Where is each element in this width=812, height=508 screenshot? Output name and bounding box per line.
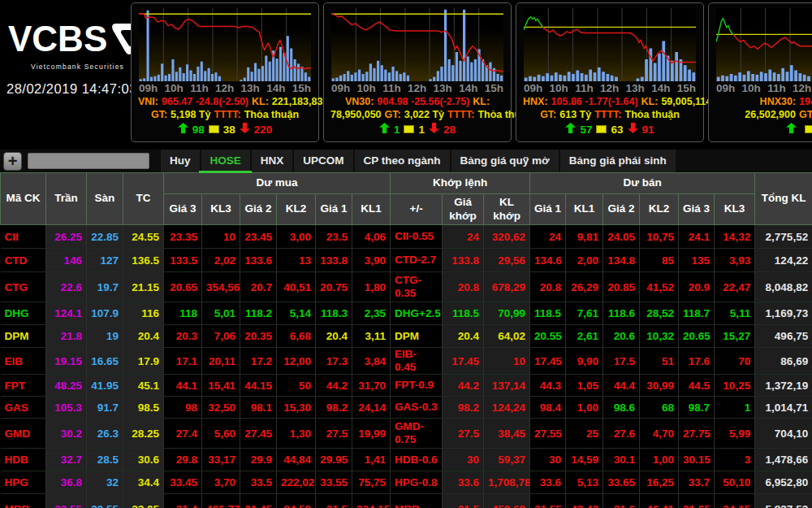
- unchanged-square-icon: [209, 125, 219, 133]
- cell-total-volume: 6,952,80: [755, 471, 812, 494]
- cell-bid-price-2: 44.15: [240, 375, 277, 397]
- cell-match-vol: 59,37: [484, 449, 530, 471]
- cell-reference: 45.1: [123, 375, 164, 397]
- cell-total-volume: 86,69: [755, 348, 812, 375]
- tab-bar: + HuyHOSEHNXUPCOMCP theo ngànhBảng giá q…: [0, 150, 812, 172]
- cell-ask-price-3: 98.7: [679, 397, 715, 419]
- col-header-change: +/-: [391, 194, 443, 225]
- cell-bid-price-1: 133.8: [316, 249, 352, 272]
- cell-bid-vol-1: 2,35: [352, 302, 391, 325]
- unchanged-count: 1: [418, 124, 425, 136]
- tab-upcom[interactable]: UPCOM: [294, 150, 352, 172]
- table-row-eib[interactable]: EIB19.1516.6517.917.120,1117.212,0017.33…: [1, 348, 812, 375]
- cell-ask-vol-3: 3: [715, 449, 755, 471]
- cell-ceiling: 30.2: [46, 419, 87, 449]
- tab-bảng-giá-phái-sinh[interactable]: Bảng giá phái sinh: [560, 150, 676, 172]
- cell-reference: 17.9: [123, 348, 164, 375]
- table-row-hdb[interactable]: HDB32.728.530.629.833,1729.944,8429.951,…: [1, 449, 812, 471]
- index-panel-vn30[interactable]: 09h10h11h12h13h14h15hVN30:904.98 -25.56(…: [323, 2, 512, 142]
- time-tick: 12h: [600, 81, 619, 95]
- table-row-hpg[interactable]: HPG36.83234.433.453,7033.5222,0233.5575,…: [1, 471, 812, 494]
- cell-match-price: 24: [443, 225, 484, 249]
- col-header-bid-price-3: Giá 3: [164, 194, 202, 225]
- cell-ask-price-1: 27.55: [530, 419, 566, 449]
- cell-bid-price-1: 20.4: [316, 325, 352, 348]
- cell-bid-vol-1: 3,11: [352, 325, 391, 348]
- cell-reference: 21.15: [123, 272, 164, 302]
- vcbs-logo: VCBS Vietcombank Securities: [8, 23, 130, 71]
- cell-ask-price-3: 44.5: [679, 375, 715, 397]
- cell-bid-price-2: 29.9: [240, 449, 277, 471]
- cell-floor: 41.95: [87, 375, 123, 397]
- cell-ask-vol-3: 10,25: [715, 375, 755, 397]
- cell-ask-price-2: 20.6: [603, 325, 640, 348]
- add-symbol-button[interactable]: +: [3, 152, 22, 171]
- table-row-gmd[interactable]: GMD30.226.328.2527.45,6027.451,3027.519,…: [1, 419, 812, 449]
- price-board: Mã CKTrầnSànTCDư muaKhớp lệnhDư bánTổng …: [0, 172, 812, 508]
- index-panel-vni[interactable]: 09h10h11h12h13h14h15hVNI:965.47 -24.8(-2…: [131, 2, 319, 142]
- time-tick: 13h: [241, 81, 260, 95]
- decliners-count: 220: [254, 124, 273, 136]
- cell-ask-vol-2: 51: [640, 348, 679, 375]
- cell-bid-vol-3: 2,02: [202, 249, 240, 272]
- top-section: VCBS Vietcombank Securities 28/02/2019 1…: [0, 0, 812, 150]
- cell-ask-price-3: 118.7: [679, 302, 715, 325]
- index-panels: 09h10h11h12h13h14h15hVNI:965.47 -24.8(-2…: [131, 2, 812, 142]
- tab-cp-theo-ngành[interactable]: CP theo ngành: [355, 150, 450, 172]
- cell-total-volume: 5,837,53: [755, 494, 812, 508]
- cell-match-vol: 137,14: [484, 375, 530, 397]
- cell-ask-vol-2: 1,00: [640, 449, 679, 471]
- tab-hnx[interactable]: HNX: [252, 150, 293, 172]
- tab-hose[interactable]: HOSE: [201, 150, 250, 172]
- cell-ask-price-3: 135: [679, 249, 715, 272]
- table-row-dpm[interactable]: DPM21.81920.420.37,0620.356,6820.43,11DP…: [1, 325, 812, 348]
- cell-ceiling: 124.1: [46, 302, 87, 325]
- time-tick: 11h: [190, 81, 209, 95]
- table-row-fpt[interactable]: FPT48.2541.9545.144.115,4144.155044.231,…: [1, 375, 812, 397]
- tab-huy[interactable]: Huy: [161, 150, 200, 172]
- symbol-search-input[interactable]: [28, 153, 149, 169]
- unchanged-square-icon: [805, 125, 812, 133]
- index-chart-hnx: [524, 8, 696, 81]
- table-row-ctd[interactable]: CTD146127136.5133.52,02133.613133.83,90C…: [1, 249, 812, 272]
- unchanged-square-icon: [404, 125, 414, 133]
- index-panel-hnx30[interactable]: 09h10h11h12h13h14h15hHNX30:194.22 -3.26,…: [708, 2, 812, 142]
- cell-symbol: CII: [1, 225, 46, 249]
- table-row-cii[interactable]: CII26.2522.8524.5523.351023.453,0023.54,…: [1, 225, 812, 249]
- index-panel-hnx[interactable]: 09h10h11h12h13h14h15hHNX:105.86 -1.77(-1…: [516, 2, 704, 142]
- table-row-gas[interactable]: GAS105.391.798.59832,5098.115,3098.224,1…: [1, 397, 812, 419]
- col-header-match-price: Giá khớp: [443, 194, 484, 225]
- cell-match-price: 21.5: [443, 494, 484, 508]
- unchanged-square-icon: [596, 125, 607, 133]
- table-row-dhg[interactable]: DHG124.1107.91161185,01118.25,14118.32,3…: [1, 302, 812, 325]
- cell-floor: 32: [87, 471, 123, 494]
- cell-match-price: 17.45: [443, 348, 484, 375]
- cell-ask-price-2: 44.4: [603, 375, 640, 397]
- cell-ask-vol-2: 68: [640, 397, 679, 419]
- cell-symbol: EIB: [1, 348, 46, 375]
- logo-subtitle: Vietcombank Securities: [31, 63, 130, 71]
- cell-bid-price-3: 23.35: [164, 225, 202, 249]
- table-row-ctg[interactable]: CTG22.619.721.1520.65354,5620.740,5120.7…: [1, 272, 812, 302]
- cell-bid-vol-2: 50: [277, 375, 316, 397]
- tab-bảng-giá-quỹ-mở[interactable]: Bảng giá quỹ mở: [451, 150, 559, 172]
- cell-ask-vol-1: 2,00: [566, 249, 603, 272]
- cell-match-vol: 70,99: [484, 302, 530, 325]
- cell-match-price: 98.2: [443, 397, 484, 419]
- table-row-mbb[interactable]: MBB23.5520.5522.0521.4486,7721.4584,5021…: [1, 494, 812, 508]
- time-tick: 09h: [716, 81, 735, 95]
- cell-match-price: 118.5: [443, 302, 484, 325]
- cell-bid-vol-2: 12,00: [277, 348, 316, 375]
- cell-bid-price-2: 27.45: [240, 419, 277, 449]
- time-tick: 13h: [434, 81, 452, 95]
- col-header-bid-vol-3: KL3: [202, 194, 240, 225]
- cell-change: DPM: [391, 325, 443, 348]
- cell-bid-price-3: 29.8: [164, 449, 202, 471]
- cell-match-vol: 29,56: [484, 249, 530, 272]
- col-header-ask-vol-2: KL2: [640, 194, 679, 225]
- cell-ask-vol-3: 50,10: [715, 471, 755, 494]
- cell-bid-vol-1: 4,06: [352, 225, 391, 249]
- index-info-line-1: HNX30:194.22 -3.: [714, 95, 812, 108]
- cell-ask-vol-1: 7,61: [566, 302, 603, 325]
- cell-bid-price-2: 33.5: [240, 471, 277, 494]
